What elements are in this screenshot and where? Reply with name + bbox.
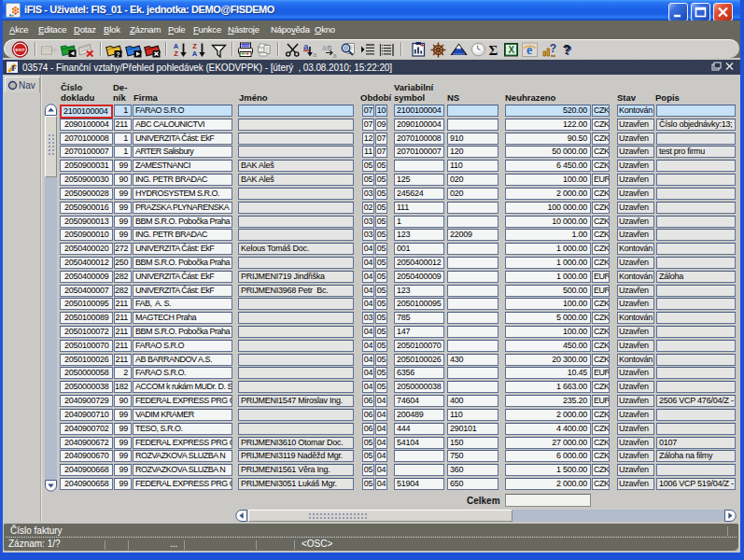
svg-text:?: ? — [562, 42, 570, 57]
svg-text:A: A — [191, 49, 197, 58]
svg-text:EXIT: EXIT — [16, 47, 25, 51]
svg-text:Z: Z — [174, 49, 178, 58]
svg-text:a: a — [322, 43, 327, 52]
svg-text:a: a — [313, 50, 317, 58]
svg-text:?: ? — [116, 50, 119, 57]
svg-text:?: ? — [549, 42, 555, 55]
svg-text:Σ: Σ — [489, 42, 498, 57]
svg-text:X: X — [508, 45, 514, 55]
svg-text:e: e — [526, 43, 531, 57]
svg-text:F: F — [11, 63, 17, 73]
svg-text:a: a — [332, 50, 337, 58]
svg-text:a: a — [303, 41, 309, 51]
